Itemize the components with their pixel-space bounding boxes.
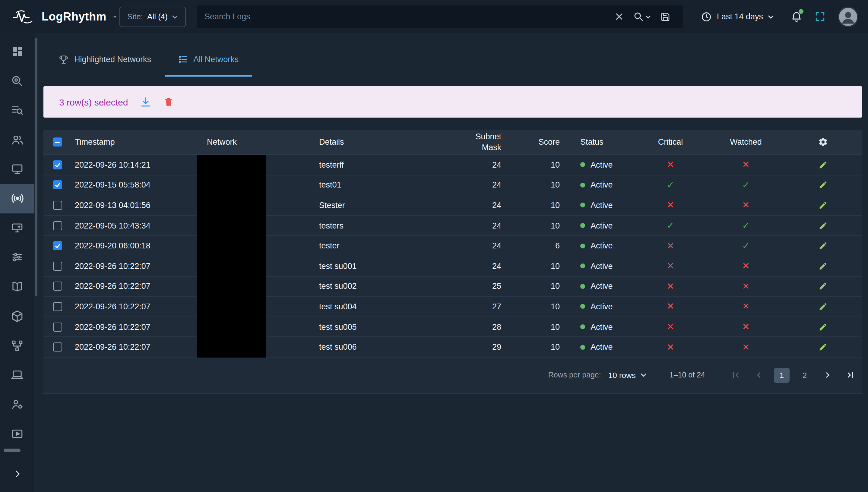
sidebar-item-reports[interactable]	[0, 419, 34, 449]
export-selected-button[interactable]	[140, 96, 151, 107]
row-checkbox[interactable]	[53, 282, 62, 291]
drag-handle[interactable]	[3, 449, 20, 452]
status-label: Active	[590, 302, 613, 311]
edit-row-button[interactable]	[818, 322, 827, 331]
edit-row-button[interactable]	[818, 282, 827, 291]
last-page-button[interactable]	[843, 368, 858, 383]
sidebar-item-deployment[interactable]	[0, 301, 34, 331]
table-row: 2022-09-26 10:14:21testerff2410Active✕✕	[43, 155, 862, 175]
scrollbar-thumb[interactable]	[35, 38, 38, 296]
row-checkbox[interactable]	[53, 302, 62, 311]
sidebar-item-log-search[interactable]	[0, 96, 34, 125]
pencil-icon	[818, 282, 827, 291]
time-range-selector[interactable]: Last 14 days	[696, 7, 779, 26]
page-button-2[interactable]: 2	[797, 368, 813, 383]
close-icon	[615, 12, 624, 21]
row-checkbox[interactable]	[53, 201, 62, 210]
edit-row-button[interactable]	[818, 221, 827, 230]
clear-search-button[interactable]	[610, 12, 629, 21]
edit-row-button[interactable]	[818, 262, 827, 271]
edit-row-button[interactable]	[818, 201, 827, 210]
status-label: Active	[590, 241, 613, 250]
download-icon	[140, 96, 151, 107]
search-input[interactable]	[204, 12, 610, 21]
edit-row-button[interactable]	[818, 342, 827, 351]
save-search-button[interactable]	[656, 12, 675, 21]
column-timestamp[interactable]: Timestamp	[71, 130, 207, 154]
column-network[interactable]: Network	[207, 130, 319, 154]
sidebar-item-integrations[interactable]	[0, 331, 34, 361]
search-button[interactable]	[629, 11, 656, 22]
notifications-button[interactable]	[791, 10, 802, 23]
row-checkbox[interactable]	[53, 180, 62, 190]
sidebar-item-administration[interactable]	[0, 390, 34, 419]
fullscreen-button[interactable]	[814, 11, 826, 22]
cell-status: Active	[563, 216, 633, 236]
agents-icon	[11, 222, 24, 234]
table-row: 2022-09-26 10:22:07test su0022510Active✕…	[43, 276, 862, 297]
cell-details: testerff	[319, 155, 458, 175]
edit-row-button[interactable]	[818, 161, 827, 169]
row-checkbox[interactable]	[53, 241, 62, 250]
sidebar-item-monitors[interactable]	[0, 154, 34, 184]
cross-icon: ✕	[667, 200, 674, 211]
row-checkbox[interactable]	[53, 161, 62, 169]
row-checkbox[interactable]	[53, 342, 62, 351]
first-page-button[interactable]	[728, 368, 744, 383]
column-settings-button[interactable]	[818, 137, 828, 147]
cell-watched: ✕	[708, 256, 783, 276]
column-watched[interactable]: Watched	[708, 130, 783, 154]
select-all-checkbox[interactable]	[53, 138, 62, 147]
column-score[interactable]: Score	[506, 130, 563, 154]
sidebar-item-network-monitor[interactable]	[0, 184, 34, 214]
brand-name: LogRhythm	[42, 10, 106, 23]
cell-details: Stester	[319, 195, 458, 215]
column-details[interactable]: Details	[319, 130, 458, 154]
pencil-icon	[818, 241, 827, 250]
sidebar	[0, 33, 34, 492]
avatar[interactable]	[838, 6, 858, 27]
sidebar-item-knowledge-base[interactable]	[0, 272, 34, 302]
edit-row-button[interactable]	[818, 241, 827, 250]
column-subnet-mask[interactable]: Subnet Mask	[458, 130, 506, 154]
cross-icon: ✕	[742, 159, 749, 170]
sidebar-expand-button[interactable]	[0, 462, 34, 486]
edit-row-button[interactable]	[818, 180, 827, 190]
sidebar-item-people[interactable]	[0, 125, 34, 155]
next-page-button[interactable]	[820, 368, 836, 383]
row-checkbox[interactable]	[53, 322, 62, 331]
cell-timestamp: 2022-09-05 10:43:34	[71, 216, 207, 236]
logrhythm-app: LogRhythm ™ Site: All (4) Last 14	[0, 0, 868, 492]
sidebar-item-configuration[interactable]	[0, 243, 34, 272]
trash-icon	[164, 96, 174, 107]
cell-watched: ✕	[708, 297, 783, 316]
sidebar-item-case-search[interactable]	[0, 66, 34, 96]
table-pagination: Rows per page: 10 rows 1–10 of 24 1 2	[43, 358, 862, 394]
cell-watched: ✓	[708, 216, 783, 236]
column-critical[interactable]: Critical	[633, 130, 708, 154]
cross-icon: ✕	[667, 159, 674, 170]
previous-page-button[interactable]	[751, 368, 767, 383]
row-checkbox[interactable]	[53, 262, 62, 271]
search-icon	[634, 11, 644, 22]
sidebar-item-dashboard[interactable]	[0, 37, 34, 66]
check-icon: ✓	[667, 180, 674, 191]
checkbox-check-icon	[54, 242, 61, 249]
tab-all-networks[interactable]: All Networks	[164, 42, 252, 77]
tab-highlighted-networks[interactable]: Highlighted Networks	[45, 42, 164, 77]
cell-subnet-mask: 24	[458, 155, 506, 175]
top-bar: LogRhythm ™ Site: All (4) Last 14	[0, 0, 868, 33]
site-selector[interactable]: Site: All (4)	[119, 6, 186, 27]
page-button-1[interactable]: 1	[774, 368, 790, 383]
row-checkbox[interactable]	[53, 221, 62, 230]
column-status[interactable]: Status	[563, 130, 633, 154]
delete-selected-button[interactable]	[164, 96, 174, 107]
logrhythm-logo[interactable]: LogRhythm ™	[12, 9, 119, 24]
cross-icon: ✕	[667, 261, 674, 272]
sidebar-item-agents[interactable]	[0, 213, 34, 243]
redacted-region	[197, 155, 266, 358]
sidebar-item-endpoints[interactable]	[0, 360, 34, 390]
cell-critical: ✓	[633, 175, 708, 195]
edit-row-button[interactable]	[818, 302, 827, 311]
rows-per-page-select[interactable]: 10 rows	[608, 371, 647, 380]
